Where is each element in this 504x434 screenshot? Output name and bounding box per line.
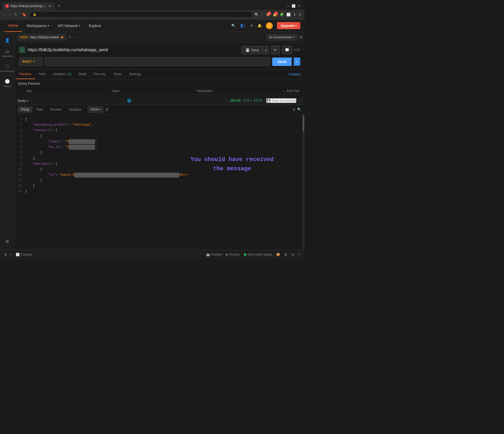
save-example-button[interactable]: 💾 Save as example (266, 98, 296, 103)
bulk-edit-button[interactable]: ··· Bulk Edit (282, 89, 299, 93)
close-icon[interactable]: ✕ (298, 4, 300, 8)
tab-tests[interactable]: Tests (110, 69, 125, 79)
grid-icon[interactable]: ⊞ (300, 35, 302, 39)
trash-item[interactable]: 🗑 (284, 253, 287, 256)
auto-select-item[interactable]: Auto-select agent (244, 253, 272, 256)
nav-explore[interactable]: Explore (85, 20, 105, 32)
copy-icon[interactable]: ⧉ (293, 107, 295, 112)
notifications-icon[interactable]: 🔔 (258, 24, 262, 28)
search-icon[interactable]: 🔍 (231, 24, 235, 28)
tab-params[interactable]: Params (16, 69, 35, 79)
tab-bar: POST https://6dk2jv.buildsh + ··· No Env… (15, 32, 304, 43)
more-tabs-button[interactable]: ··· (74, 34, 81, 40)
active-tab[interactable]: https://6dk2jv.buildship.r... ✕ (2, 2, 55, 10)
sidebar-item-flows[interactable]: ⊞ (1, 236, 14, 246)
main-layout: 👤 🗂 Collections ⬡ Environments 🕐 History… (0, 32, 304, 250)
view-visualize[interactable]: Visualize (66, 106, 85, 113)
body-dropdown[interactable]: Body ▾ (18, 99, 28, 103)
sidebar-item-history[interactable]: 🕐 History (1, 76, 14, 90)
scrollbar-thumb[interactable] (303, 116, 304, 131)
back-button[interactable]: ‹ (3, 12, 6, 17)
browser-nav: ‹ › ↻ 🔖 🔒 interstellar-sunset-351942.pos… (0, 10, 304, 19)
format-selector[interactable]: JSON ▾ (88, 106, 103, 113)
sidebar-item-collections[interactable]: 🗂 Collections (1, 47, 14, 60)
forward-button[interactable]: › (8, 12, 12, 17)
view-raw[interactable]: Raw (33, 106, 46, 113)
nav-api-network[interactable]: API Network ▾ (53, 20, 85, 32)
menu-icon[interactable]: ☰ (299, 13, 302, 17)
view-pretty[interactable]: Pretty (18, 106, 32, 113)
user-avatar[interactable]: P (266, 22, 273, 29)
nav-home[interactable]: Home (4, 20, 22, 32)
tab-close-btn[interactable]: ✕ (48, 4, 51, 8)
send-arrow-button[interactable]: ▾ (294, 58, 300, 66)
code-line: 12 } (15, 178, 302, 183)
share-icon[interactable]: ⤴ (261, 13, 263, 17)
new-tab-button[interactable]: + (56, 2, 63, 10)
minimize-icon[interactable]: — (286, 4, 290, 8)
runner-item[interactable]: ▶ Runner (226, 253, 240, 256)
url-input[interactable]: interstellar-sunset-351942.postman.co/wo… (38, 13, 249, 16)
save-arrow-button[interactable]: ▾ (263, 46, 269, 54)
bookmark-button[interactable]: 🔖 (21, 12, 27, 17)
status-bar: ⊞ ✓ ⬜ Console 🤖 Postbot ▶ Runner Auto-se… (0, 250, 304, 259)
response-more-button[interactable]: ··· (298, 99, 301, 103)
reload-button[interactable]: ↻ (13, 12, 19, 17)
sidebar-toggle-icon[interactable]: ⬜ (286, 13, 291, 17)
chevron-down-icon: ▾ (27, 99, 28, 102)
request-area: ≡ https://6dk2jv.buildship.run/whatsapp_… (15, 43, 304, 69)
sidebar-item-user[interactable]: 👤 (1, 35, 14, 45)
invite-icon[interactable]: 👤+ (240, 24, 246, 28)
maximize-icon[interactable]: ⬜ (292, 4, 296, 8)
save-button[interactable]: 💾 Save (242, 46, 263, 54)
settings-icon[interactable]: ⚙ (250, 24, 253, 28)
cookie-item[interactable]: 🍪 (276, 253, 280, 256)
request-icon: ≡ (19, 47, 25, 53)
tab-prereq[interactable]: Pre-req. (90, 69, 110, 79)
chevron-down-icon: ▾ (296, 60, 298, 63)
notification-icon[interactable]: 🔔1 (273, 13, 277, 17)
request-tab[interactable]: POST https://6dk2jv.buildsh (17, 34, 66, 41)
check-status-item[interactable]: ✓ (10, 253, 13, 256)
runner-icon: ▶ (226, 253, 228, 256)
grid-status-item[interactable]: ⊞ (4, 253, 7, 256)
layout-item[interactable]: ⊞ (292, 253, 294, 256)
sidebar-item-environments[interactable]: ⬡ Environments (1, 61, 14, 75)
collections-icon: 🗂 (5, 49, 9, 54)
upgrade-button[interactable]: Upgrade ▾ (277, 22, 300, 29)
search-icon[interactable]: 🔍 (297, 107, 301, 112)
save-icon: 💾 (267, 99, 271, 102)
scrollbar[interactable] (302, 115, 304, 250)
tab-headers[interactable]: Headers (6) (49, 69, 75, 79)
viewer-actions: ⧉ 🔍 (293, 107, 301, 112)
downloads-icon[interactable]: ⬇ (293, 13, 296, 17)
ellipsis-icon: ··· (282, 89, 285, 93)
postbot-item[interactable]: 🤖 Postbot (206, 253, 222, 256)
cookies-link[interactable]: Cookies (286, 70, 303, 79)
add-tab-button[interactable]: + (67, 33, 72, 41)
send-button[interactable]: Send (272, 58, 292, 66)
nav-workspaces[interactable]: Workspaces ▾ (22, 20, 53, 32)
method-selector[interactable]: POST ▾ (19, 57, 43, 66)
save-button-group[interactable]: 💾 Save ▾ (242, 46, 269, 54)
environment-selector[interactable]: No Environment ▾ (266, 34, 297, 40)
console-item[interactable]: ⬜ Console (16, 253, 32, 256)
tab-settings[interactable]: Settings (125, 69, 145, 79)
url-input-field[interactable]: https://6dk2jv.buildship.run/whatsapp_se… (45, 57, 270, 66)
sidebar-item-label: History (3, 85, 11, 87)
brave-icon[interactable]: 🦁8 (266, 13, 270, 17)
filter-icon[interactable]: ☰ (105, 107, 109, 112)
comment-button[interactable]: 💬 (282, 46, 292, 54)
search-icon[interactable]: 🔍 (255, 13, 259, 17)
view-preview[interactable]: Preview (47, 106, 65, 113)
sidebar: 👤 🗂 Collections ⬡ Environments 🕐 History… (0, 32, 15, 250)
tab-body[interactable]: Body (75, 69, 90, 79)
edit-button[interactable]: ✏ (271, 46, 280, 54)
extensions-icon[interactable]: 🧩 (280, 13, 284, 17)
tab-auth[interactable]: Auth (35, 69, 49, 79)
history-icon: 🕐 (5, 79, 10, 84)
code-button[interactable]: </> (294, 48, 300, 52)
address-bar[interactable]: 🔒 interstellar-sunset-351942.postman.co/… (29, 11, 253, 18)
help-item[interactable]: ? (298, 253, 300, 256)
code-line: 6 "wa_id": "9 " (15, 144, 302, 150)
